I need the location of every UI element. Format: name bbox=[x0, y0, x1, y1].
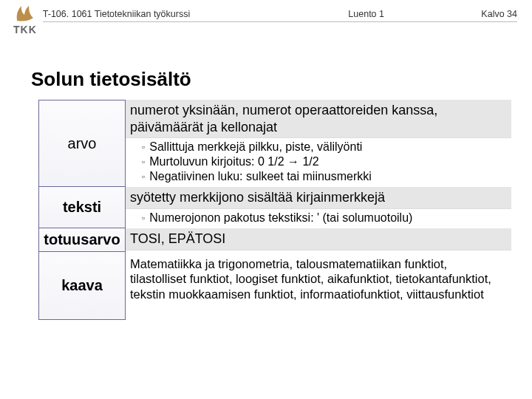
content-table: arvo numerot yksinään, numerot operaatto… bbox=[38, 100, 511, 320]
row-bullets: Sallittuja merkkejä pilkku, piste, välil… bbox=[126, 138, 511, 187]
row-bullets: Numerojonon pakotus tekstiksi: ' (tai so… bbox=[126, 209, 511, 228]
row-content: Matematiikka ja trigonometria, talousmat… bbox=[126, 252, 511, 320]
row-content: TOSI, EPÄTOSI bbox=[126, 228, 511, 252]
row-header: numerot yksinään, numerot operaattoreide… bbox=[126, 100, 511, 138]
row-label-teksti: teksti bbox=[38, 187, 126, 228]
header-bar: T-106. 1061 Tietotekniikan työkurssi Lue… bbox=[43, 6, 517, 22]
bullet: Negatiivinen luku: sulkeet tai miinusmer… bbox=[142, 169, 507, 184]
logo-block: TKK bbox=[13, 4, 37, 35]
row-header: syötetty merkkijono sisältää kirjainmerk… bbox=[126, 187, 511, 209]
slide-header: TKK T-106. 1061 Tietotekniikan työkurssi… bbox=[0, 0, 532, 35]
row-content: numerot yksinään, numerot operaattoreide… bbox=[126, 100, 511, 187]
table-row: arvo numerot yksinään, numerot operaatto… bbox=[38, 100, 511, 187]
bullet: Numerojonon pakotus tekstiksi: ' (tai so… bbox=[142, 211, 507, 225]
row-header: TOSI, EPÄTOSI bbox=[126, 228, 511, 250]
table-row: totuusarvo TOSI, EPÄTOSI bbox=[38, 228, 511, 252]
row-label-arvo: arvo bbox=[38, 100, 126, 187]
table-row: kaava Matematiikka ja trigonometria, tal… bbox=[38, 252, 511, 320]
row-label-totuusarvo: totuusarvo bbox=[38, 228, 126, 252]
lecture-number: Luento 1 bbox=[348, 9, 481, 19]
bullet: Sallittuja merkkejä pilkku, piste, välil… bbox=[142, 140, 507, 154]
row-label-kaava: kaava bbox=[38, 252, 126, 320]
bullet: Murtoluvun kirjoitus: 0 1/2 → 1/2 bbox=[142, 154, 507, 169]
table-row: teksti syötetty merkkijono sisältää kirj… bbox=[38, 187, 511, 228]
flame-icon bbox=[14, 4, 36, 22]
slide-number: Kalvo 34 bbox=[481, 9, 517, 19]
row-content: syötetty merkkijono sisältää kirjainmerk… bbox=[126, 187, 511, 228]
logo-text: TKK bbox=[13, 24, 37, 35]
course-code: T-106. 1061 Tietotekniikan työkurssi bbox=[43, 9, 349, 19]
page-title: Solun tietosisältö bbox=[31, 68, 532, 91]
